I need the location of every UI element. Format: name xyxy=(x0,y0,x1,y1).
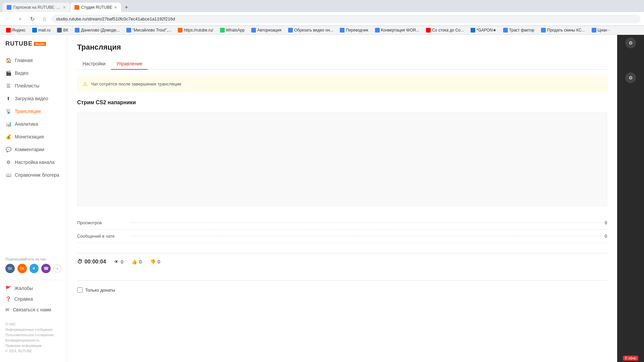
social-telegram-button[interactable]: ✈ xyxy=(30,264,39,273)
likes-icon: 👍 xyxy=(131,259,137,264)
bookmark-video-cut[interactable]: Обрезать видео он... xyxy=(285,27,336,33)
bookmark-rutube[interactable]: https://rutube.ru/ xyxy=(175,27,216,33)
sidebar-item-monetization[interactable]: 💰 Монетизация xyxy=(0,130,67,143)
new-tab-button[interactable]: + xyxy=(122,3,131,12)
browser-tab-2[interactable]: Студия RUTUBE × xyxy=(70,3,121,12)
content-tabs: Настройки Управление xyxy=(77,58,607,70)
right-panel-btn-2[interactable]: ⚙ xyxy=(625,72,636,83)
bookmark-danilovo-label: Данилово (Домоде... xyxy=(81,28,119,33)
sidebar-item-contact-label: Связаться с нами xyxy=(13,307,51,312)
bookmark-translator[interactable]: Переводчик xyxy=(337,27,371,33)
sidebar-item-channel-settings[interactable]: ⚙ Настройка канала xyxy=(0,156,67,169)
stat-row-messages: Сообщений в чате 0 xyxy=(77,230,607,243)
right-panel-btn-1[interactable]: ⚙ xyxy=(625,38,636,48)
warning-message: Чат сотрётся после завершения трансляции xyxy=(91,81,181,86)
timer-value: 00:00:04 xyxy=(85,259,106,265)
chat-section: Только донаты xyxy=(77,280,607,299)
bookmark-vk-icon xyxy=(57,28,62,33)
playlists-icon: ☰ xyxy=(5,83,11,89)
chat-checkbox-row: Только донаты xyxy=(77,287,607,293)
analytics-icon: 📊 xyxy=(5,121,11,127)
bookmark-stock-icon xyxy=(426,28,431,33)
bookmark-gapon[interactable]: *GAPON★ xyxy=(468,27,499,33)
bookmark-whatsapp[interactable]: WhatsApp xyxy=(217,27,247,33)
tab-settings[interactable]: Настройки xyxy=(77,58,111,70)
sidebar: RUTUBE Studio 🏠 Главная 🎬 Видео ☰ Плейли… xyxy=(0,35,67,362)
stat-views-label: Просмотров xyxy=(77,220,127,225)
social-vk-button[interactable]: ВК xyxy=(5,264,15,273)
stat-views-dots xyxy=(130,223,602,223)
address-bar[interactable] xyxy=(52,15,641,23)
bookmark-mail[interactable]: mail.ru xyxy=(30,27,53,33)
bookmark-rutube-label: https://rutube.ru/ xyxy=(184,28,213,33)
bookmark-vk-label: ВК xyxy=(63,28,68,33)
sidebar-item-complaints[interactable]: 🚩 Жалобы xyxy=(0,283,67,294)
bookmark-auth-label: Авторизация xyxy=(257,28,281,33)
bookmark-gapon-icon xyxy=(471,28,475,33)
tab-management[interactable]: Управление xyxy=(111,58,148,70)
help-icon: ❓ xyxy=(5,296,11,302)
sidebar-item-comments[interactable]: 💬 Комментарии xyxy=(0,143,67,156)
social-ok-button[interactable]: ОК xyxy=(17,264,27,273)
bookmark-cian[interactable]: Циан - xyxy=(589,27,612,33)
bookmark-yandex[interactable]: Яндекс xyxy=(3,27,28,33)
bookmark-convert-icon xyxy=(375,28,380,33)
home-icon: 🏠 xyxy=(5,57,11,63)
sidebar-link-legal[interactable]: Правовая информация xyxy=(5,344,42,348)
home-button[interactable]: ⌂ xyxy=(40,14,49,23)
sidebar-logo[interactable]: RUTUBE Studio xyxy=(0,40,67,54)
page-title: Трансляция xyxy=(77,43,607,52)
bookmark-skins-label: Продать скины КС... xyxy=(547,28,585,33)
browser-tab-1[interactable]: Гарпонов на RUTUBE: 3 видео × xyxy=(3,3,70,12)
sidebar-item-upload-label: Загрузка видео xyxy=(15,96,48,101)
bookmark-stock[interactable]: Со стока до Со... xyxy=(423,27,467,33)
sidebar-item-home[interactable]: 🏠 Главная xyxy=(0,54,67,67)
logo-rutube: RUTUBE xyxy=(5,40,33,47)
bookmark-trust[interactable]: Траст фактор xyxy=(500,27,537,33)
sidebar-item-analytics[interactable]: 📊 Аналитика xyxy=(0,118,67,130)
sidebar-social-label: Подписывайтесь на нас xyxy=(5,257,61,261)
stream-stats: Просмотров 0 Сообщений в чате 0 xyxy=(77,216,607,243)
bookmark-vk[interactable]: ВК xyxy=(54,27,71,33)
sidebar-item-playlists[interactable]: ☰ Плейлисты xyxy=(0,79,67,92)
sidebar-link-tos[interactable]: Пользовательское соглашение xyxy=(5,333,54,337)
right-panel: ⚙ ⚙ В эфир xyxy=(617,35,644,362)
sidebar-footer: О НАС Информационные сообщения Пользоват… xyxy=(0,318,67,358)
bookmark-mail-label: mail.ru xyxy=(38,28,50,33)
bookmark-video-cut-label: Обрезать видео он... xyxy=(294,28,333,33)
tab-1-close[interactable]: × xyxy=(63,5,66,10)
sidebar-item-blogger-help[interactable]: 📖 Справочник блогера xyxy=(0,169,67,181)
bookmark-yandex-label: Яндекс xyxy=(12,28,25,33)
back-button[interactable]: ‹ xyxy=(3,14,13,23)
bookmark-auth[interactable]: Авторизация xyxy=(249,27,284,33)
timer-icon: ⏱ xyxy=(77,259,83,265)
sidebar-item-video[interactable]: 🎬 Видео xyxy=(0,67,67,79)
bookmark-skins[interactable]: Продать скины КС... xyxy=(538,27,587,33)
bookmark-convert[interactable]: Конвертация WOR... xyxy=(372,27,422,33)
bookmark-skins-icon xyxy=(541,28,546,33)
stat-messages-dots xyxy=(130,236,602,236)
sidebar-item-help[interactable]: ❓ Справка xyxy=(0,294,67,304)
bookmark-danilovo[interactable]: Данилово (Домоде... xyxy=(72,27,122,33)
sidebar-item-contact[interactable]: ✉ Связаться с нами xyxy=(0,304,67,315)
sidebar-item-upload[interactable]: ⬆ Загрузка видео xyxy=(0,92,67,105)
reload-button[interactable]: ↻ xyxy=(28,14,37,23)
warning-banner: ⚠ Чат сотрётся после завершения трансляц… xyxy=(77,76,607,92)
bookmarks-bar: Яндекс mail.ru ВК Данилово (Домоде... "М… xyxy=(0,26,644,35)
sidebar-link-privacy[interactable]: Конфиденциальность xyxy=(5,339,39,342)
bookmark-gapon-label: *GAPON★ xyxy=(477,28,496,33)
donations-only-checkbox[interactable] xyxy=(77,287,83,293)
monetization-icon: 💰 xyxy=(5,134,11,140)
social-add-button[interactable]: + xyxy=(53,264,61,273)
sidebar-item-streams[interactable]: 📡 Трансляции xyxy=(0,105,67,118)
sidebar-link-info[interactable]: Информационные сообщения xyxy=(5,328,52,331)
sidebar-item-playlists-label: Плейлисты xyxy=(15,83,39,88)
forward-button[interactable]: › xyxy=(15,14,25,23)
sidebar-item-comments-label: Комментарии xyxy=(15,147,44,152)
stream-dislikes-count: 👎 0 xyxy=(150,259,160,264)
likes-count-value: 0 xyxy=(139,259,142,264)
social-phone-button[interactable]: ☎ xyxy=(41,264,51,273)
bookmark-misailovo[interactable]: "Мисайлово Trout",... xyxy=(124,27,174,33)
tab-2-close[interactable]: × xyxy=(114,5,117,10)
sidebar-bottom-section: 🚩 Жалобы ❓ Справка ✉ Связаться с нами xyxy=(0,280,67,318)
